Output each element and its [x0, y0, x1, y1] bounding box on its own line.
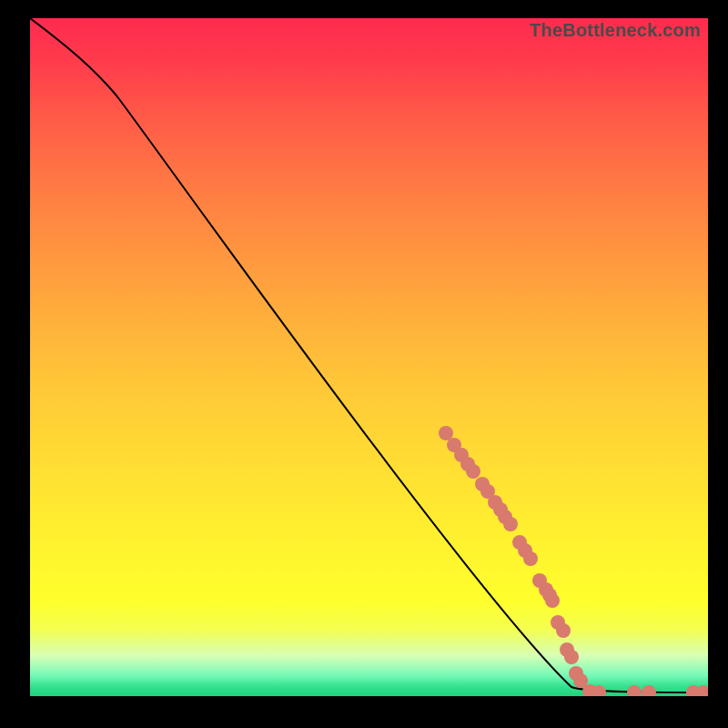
chart-dot — [523, 551, 538, 566]
chart-dot — [439, 426, 453, 440]
chart-svg — [30, 18, 708, 696]
chart-dot — [627, 685, 642, 696]
chart-frame: TheBottleneck.com — [30, 18, 708, 696]
chart-dot — [556, 623, 571, 638]
chart-dot — [642, 685, 656, 696]
chart-dot — [545, 593, 560, 608]
chart-dots-group — [439, 426, 708, 696]
chart-dot — [503, 517, 518, 531]
chart-dot — [564, 650, 579, 664]
chart-curve — [30, 18, 708, 693]
chart-dot — [466, 464, 480, 479]
